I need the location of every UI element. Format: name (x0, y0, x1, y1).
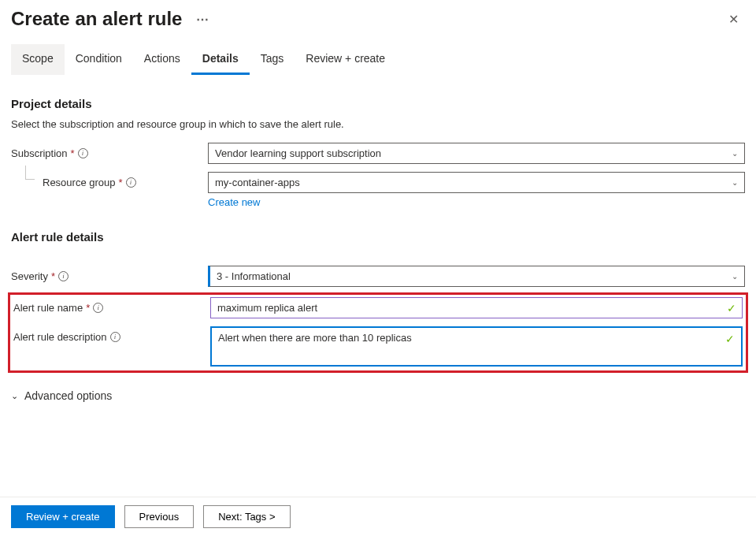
check-icon: ✓ (727, 302, 736, 315)
panel-header: Create an alert rule ⋯ ✕ (11, 0, 745, 44)
footer-actions: Review + create Previous Next: Tags > (0, 497, 756, 536)
alert-rule-description-input[interactable] (212, 328, 741, 363)
severity-label: Severity (11, 270, 48, 282)
more-icon[interactable]: ⋯ (196, 12, 209, 27)
subscription-row: Subscription * i Vendor learning support… (11, 143, 745, 164)
tab-tags[interactable]: Tags (250, 44, 295, 75)
project-details-heading: Project details (11, 97, 745, 110)
required-indicator: * (51, 270, 55, 282)
alert-rule-description-label: Alert rule description (13, 331, 107, 343)
alert-rule-name-input[interactable] (210, 297, 743, 318)
page-title: Create an alert rule (11, 8, 182, 30)
subscription-label: Subscription (11, 147, 68, 159)
advanced-options-toggle[interactable]: ⌄ Advanced options (11, 389, 745, 402)
chevron-down-icon: ⌄ (732, 149, 738, 158)
tab-details[interactable]: Details (191, 44, 250, 75)
project-details-section: Project details Select the subscription … (11, 97, 745, 208)
tab-actions[interactable]: Actions (133, 44, 191, 75)
subscription-select[interactable]: Vendor learning support subscription ⌄ (208, 143, 745, 164)
chevron-down-icon: ⌄ (732, 272, 738, 281)
create-new-link[interactable]: Create new (208, 196, 260, 208)
info-icon[interactable]: i (126, 177, 136, 188)
previous-button[interactable]: Previous (124, 505, 195, 528)
info-icon[interactable]: i (93, 303, 103, 313)
alert-rule-description-row: Alert rule description i ✓ (13, 326, 743, 367)
info-icon[interactable]: i (58, 271, 69, 281)
resource-group-select[interactable]: my-container-apps ⌄ (208, 172, 745, 193)
highlight-callout: Alert rule name * i ✓ Alert rule descrip… (8, 292, 748, 373)
required-indicator: * (119, 177, 123, 188)
review-create-button[interactable]: Review + create (11, 505, 115, 528)
info-icon[interactable]: i (78, 148, 88, 158)
chevron-down-icon: ⌄ (11, 391, 18, 401)
next-button[interactable]: Next: Tags > (203, 505, 290, 528)
tab-bar: Scope Condition Actions Details Tags Rev… (11, 44, 745, 75)
tree-connector (25, 166, 35, 180)
required-indicator: * (71, 147, 75, 159)
resource-group-row: Resource group * i my-container-apps ⌄ C… (11, 172, 745, 208)
severity-row: Severity * i 3 - Informational ⌄ (11, 266, 745, 287)
resource-group-label: Resource group (43, 177, 116, 188)
required-indicator: * (86, 302, 90, 314)
severity-select[interactable]: 3 - Informational ⌄ (208, 266, 745, 287)
tab-scope[interactable]: Scope (11, 44, 65, 75)
alert-rule-details-heading: Alert rule details (11, 230, 745, 244)
tab-condition[interactable]: Condition (65, 44, 133, 75)
check-icon: ✓ (725, 333, 735, 345)
close-button[interactable]: ✕ (722, 9, 745, 30)
chevron-down-icon: ⌄ (732, 178, 738, 187)
info-icon[interactable]: i (110, 332, 120, 342)
alert-rule-name-row: Alert rule name * i ✓ (13, 297, 743, 318)
tab-review-create[interactable]: Review + create (295, 44, 396, 75)
alert-rule-name-label: Alert rule name (13, 302, 83, 314)
project-details-desc: Select the subscription and resource gro… (11, 118, 745, 130)
alert-rule-details-section: Alert rule details Severity * i 3 - Info… (11, 230, 745, 402)
